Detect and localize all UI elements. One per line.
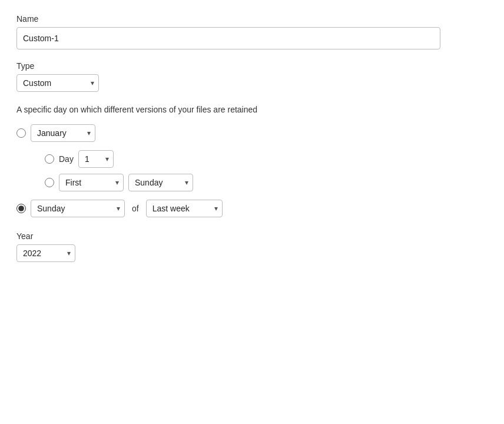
description-group: A specific day on which different versio… [16, 104, 488, 217]
type-select[interactable]: Custom Standard Monthly Weekly [16, 74, 99, 92]
of-label: of [132, 204, 139, 213]
last-week-select-wrapper: Last week First week Second week Third w… [146, 200, 223, 217]
radio-row-week: Sunday Monday Tuesday Wednesday Thursday… [16, 200, 488, 217]
radio-row-day: Day 1234 5678 9101112 131415 ▾ [45, 150, 488, 168]
day-number-select-wrapper: 1234 5678 9101112 131415 ▾ [78, 150, 114, 168]
description-text: A specific day on which different versio… [16, 104, 488, 116]
ordinal-select[interactable]: First Second Third Fourth Last [59, 174, 124, 191]
sub-options: Day 1234 5678 9101112 131415 ▾ First [31, 150, 488, 191]
type-select-wrapper: Custom Standard Monthly Weekly ▾ [16, 74, 99, 92]
month-select[interactable]: January February March April May June Ju… [31, 124, 95, 142]
radio-section: January February March April May June Ju… [16, 124, 488, 217]
name-input[interactable] [16, 27, 440, 49]
month-select-wrapper: January February March April May June Ju… [31, 124, 95, 142]
week-day-select-wrapper: Sunday Monday Tuesday Wednesday Thursday… [31, 200, 125, 217]
radio-row-month: January February March April May June Ju… [16, 124, 488, 142]
last-week-select[interactable]: Last week First week Second week Third w… [146, 200, 223, 217]
name-label: Name [16, 14, 488, 24]
day-label-text: Day [59, 154, 74, 164]
year-select-wrapper: 2020 2021 2022 2023 2024 2025 ▾ [16, 244, 75, 262]
radio-row-ordinal: First Second Third Fourth Last ▾ Sunday … [45, 174, 488, 191]
radio-week[interactable] [16, 204, 26, 213]
name-field-group: Name [16, 14, 488, 49]
type-field-group: Type Custom Standard Monthly Weekly ▾ [16, 61, 488, 92]
year-field-group: Year 2020 2021 2022 2023 2024 2025 ▾ [16, 231, 488, 262]
week-day-select[interactable]: Sunday Monday Tuesday Wednesday Thursday… [31, 200, 125, 217]
radio-month[interactable] [16, 128, 26, 138]
year-select[interactable]: 2020 2021 2022 2023 2024 2025 [16, 244, 75, 262]
radio-day[interactable] [45, 154, 54, 164]
ordinal-day-select-wrapper: Sunday Monday Tuesday Wednesday Thursday… [128, 174, 193, 191]
year-label: Year [16, 231, 488, 241]
ordinal-select-wrapper: First Second Third Fourth Last ▾ [59, 174, 124, 191]
radio-ordinal[interactable] [45, 178, 54, 187]
day-number-select[interactable]: 1234 5678 9101112 131415 [78, 150, 114, 168]
ordinal-day-select[interactable]: Sunday Monday Tuesday Wednesday Thursday… [128, 174, 193, 191]
type-label: Type [16, 61, 488, 71]
